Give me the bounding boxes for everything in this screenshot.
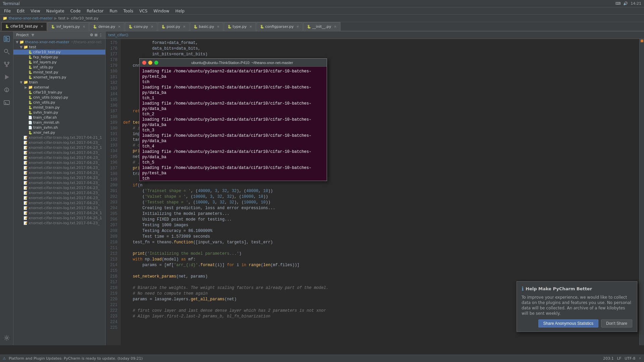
menu-code[interactable]: Code (68, 8, 84, 14)
tree-log-8[interactable]: 📝 xnornet-cifar-train-log.txt.2017-04-23… (13, 170, 105, 175)
tree-log-last[interactable]: 📝 xnornet-cifar-train-log.txt.2017-04-23… (13, 221, 105, 226)
tree-log-10[interactable]: 📝 xnornet-cifar-train-log.txt.2017-04-23… (13, 180, 105, 185)
tree-cnn-utils[interactable]: 🐍 cnn_utils.py (13, 100, 105, 105)
sidebar-icon-project[interactable] (1, 33, 13, 45)
title-bar-text: Terminal (3, 1, 20, 6)
tree-svhn-train[interactable]: 🐍 svhn_train.py (13, 110, 105, 115)
tab-close-2[interactable]: ✕ (118, 25, 121, 28)
menu-edit[interactable]: Edit (14, 8, 27, 14)
tree-inf-layers[interactable]: 🐍 inf_layers.py (13, 60, 105, 65)
terminal-window[interactable]: ubuntu@ubuntu-ThinkStation-P410: ~/thean… (139, 58, 327, 181)
tab-close-6[interactable]: ✕ (249, 25, 252, 28)
tab-close-0[interactable]: ✕ (41, 24, 43, 28)
menu-navigate[interactable]: Navigate (44, 8, 67, 14)
tab-dense[interactable]: 🐍 dense.py ✕ (89, 22, 124, 31)
tree-root[interactable]: ▼ 📁 theano-xnor-net-master ~/theano-xnor… (13, 40, 105, 45)
breadcrumb-root[interactable]: theano-xnor-net-master (9, 16, 53, 20)
tree-log-5[interactable]: 📝 xnornet-cifar-train-log.txt.2017-04-23… (13, 155, 105, 160)
project-expand-icon[interactable]: ⊞ (95, 33, 98, 37)
tab-basic[interactable]: 🐍 basic.py ✕ (190, 22, 223, 31)
terminal-body[interactable]: loading file /home/ubuntu/pylearn2-data/… (140, 67, 327, 181)
menu-vcs[interactable]: VCS (137, 8, 150, 14)
tree-cnn-utils-copy[interactable]: 🐍 cnn_utils (copy).py (13, 95, 105, 100)
svg-line-5 (8, 53, 9, 54)
term-line-5: loading file /home/ubuntu/pylearn2-data/… (142, 149, 324, 160)
tree-mnist-test[interactable]: 🐍 mnist_test.py (13, 70, 105, 75)
tab-close-8[interactable]: ✕ (334, 25, 336, 28)
sidebar-icon-run[interactable] (1, 71, 13, 83)
menu-run[interactable]: Run (107, 8, 120, 14)
dont-share-button[interactable]: Don't Share (601, 319, 632, 327)
tree-log-24[interactable]: 📝 xnornet-cifar-train-log.txt.2017-04-24… (13, 210, 105, 216)
tree-log-13[interactable]: 📝 xnornet-cifar-train-log.txt.2017-04-23… (13, 195, 105, 200)
tab-icon-4: 🐍 (161, 25, 165, 28)
sidebar-icon-vcs[interactable] (1, 58, 13, 70)
tree-inf-utils[interactable]: 🐍 inf_utils.py (13, 65, 105, 70)
tree-cifar10-train[interactable]: 🐍 cifar10_train.py (13, 90, 105, 95)
tab-conv[interactable]: 🐍 conv.py ✕ (125, 22, 157, 31)
tree-test-folder[interactable]: ▼ 📁 test (13, 45, 105, 50)
sidebar-icon-settings[interactable] (1, 332, 13, 344)
tree-train-cifar-sh[interactable]: 📄 train_cifar.sh (13, 115, 105, 120)
menu-refactor[interactable]: Refactor (84, 8, 106, 14)
menu-view[interactable]: View (28, 8, 43, 14)
status-line-ending[interactable]: LF (617, 356, 621, 361)
tree-train-mnist-sh[interactable]: 📄 train_mnist.sh (13, 120, 105, 125)
tab-configparser[interactable]: 🐍 configparser.py ✕ (256, 22, 303, 31)
tab-close-5[interactable]: ✕ (217, 25, 219, 28)
status-encoding[interactable]: UTF-8 (625, 356, 635, 361)
share-statistics-button[interactable]: Share Anonymous Statistics (538, 319, 598, 327)
tree-log-1[interactable]: 📝 xnornet-cifar-train-log.txt.2017-04-21… (13, 135, 105, 140)
tree-log-14[interactable]: 📝 xnornet-cifar-train-log.txt.2017-04-23… (13, 200, 105, 205)
tree-log-9[interactable]: 📝 xnornet-cifar-train-log.txt.2017-04-23… (13, 175, 105, 180)
tree-log-6[interactable]: 📝 xnornet-cifar-train-log.txt.2017-04-23… (13, 160, 105, 165)
tab-cifar10-test[interactable]: 🐍 cifar10_test.py ✕ (1, 22, 47, 31)
tree-cifar10-test[interactable]: 🐍 cifar10_test.py (13, 50, 105, 55)
sidebar-icon-debug[interactable] (1, 84, 13, 96)
term-line-0b: tch (142, 79, 324, 85)
sidebar-icon-search[interactable] (1, 46, 13, 58)
tree-log-4[interactable]: 📝 xnornet-cifar-train-log.txt.2017-04-23… (13, 150, 105, 155)
tree-log-2[interactable]: 📝 xnornet-cifar-train-log.txt.2017-04-23… (13, 140, 105, 145)
status-position[interactable]: 203:1 (603, 356, 614, 361)
tree-log-15[interactable]: 📝 xnornet-cifar-train-log.txt.2017-04-23… (13, 205, 105, 210)
menu-tools[interactable]: Tools (121, 8, 136, 14)
menu-window[interactable]: Window (151, 8, 172, 14)
tree-log-3[interactable]: 📝 xnornet-cifar-train-log.txt.2017-04-23… (13, 145, 105, 150)
tab-close-4[interactable]: ✕ (183, 25, 185, 28)
tree-log-11[interactable]: 📝 xnornet-cifar-train-log.txt.2017-04-23… (13, 185, 105, 190)
tree-mnist-train[interactable]: 🐍 mnist_train.py (13, 105, 105, 110)
tab-inf-layers[interactable]: 🐍 inf_layers.py ✕ (47, 22, 89, 31)
tab-close-3[interactable]: ✕ (151, 25, 153, 28)
tree-log-12[interactable]: 📝 xnornet-cifar-train-log.txt.2017-04-23… (13, 190, 105, 195)
tab-init[interactable]: 🐍 __init__.py ✕ (303, 22, 340, 31)
tab-close-7[interactable]: ✕ (296, 25, 299, 28)
breadcrumb-folder[interactable]: test (58, 16, 65, 20)
term-line-3: loading file /home/ubuntu/pylearn2-data/… (142, 117, 324, 128)
project-options-icon[interactable]: ⋮ (99, 33, 103, 37)
tree-fxp-helper[interactable]: 🐍 fxp_helper.py (13, 55, 105, 60)
menu-help[interactable]: Help (173, 8, 187, 14)
tree-train-svhn-sh[interactable]: 📄 train_svhn.sh (13, 125, 105, 130)
project-settings-icon[interactable]: ⚙ (90, 33, 93, 37)
tree-xnor-net[interactable]: 🐍 xnor_net.py (13, 130, 105, 135)
tab-close-1[interactable]: ✕ (83, 25, 85, 28)
sidebar-icon-terminal[interactable] (1, 97, 13, 109)
tab-pool[interactable]: 🐍 pool.py ✕ (158, 22, 190, 31)
tree-xnornet-layers[interactable]: 🐍 xnornet_layers.py (13, 75, 105, 80)
main-layout: Project ▼ ⚙ ⊞ ⋮ ▼ 📁 theano-xnor-net-mast… (0, 32, 644, 345)
tab-type[interactable]: 🐍 type.py ✕ (224, 22, 256, 31)
tree-log-25[interactable]: 📝 xnornet-cifar-train-log.txt.2017-04-25… (13, 216, 105, 221)
terminal-close-btn[interactable] (142, 61, 146, 65)
status-message: Platform and Plugin Updates: PyCharm is … (9, 356, 143, 361)
terminal-minimize-btn[interactable] (148, 61, 152, 65)
code-breadcrumb: test_cifar() (106, 32, 644, 39)
terminal-maximize-btn[interactable] (154, 61, 158, 65)
menu-file[interactable]: File (1, 8, 13, 14)
tree-external[interactable]: ▶ 📁 external (13, 85, 105, 90)
breadcrumb-file[interactable]: cifar10_test.py (71, 16, 99, 20)
term-line-2: loading file /home/ubuntu/pylearn2-data/… (142, 101, 324, 112)
tree-log-7[interactable]: 📝 xnornet-cifar-train-log.txt.2017-04-23… (13, 165, 105, 170)
tree-train-folder[interactable]: ▼ 📁 train (13, 80, 105, 85)
status-update-icon: ⚠ (3, 356, 6, 361)
